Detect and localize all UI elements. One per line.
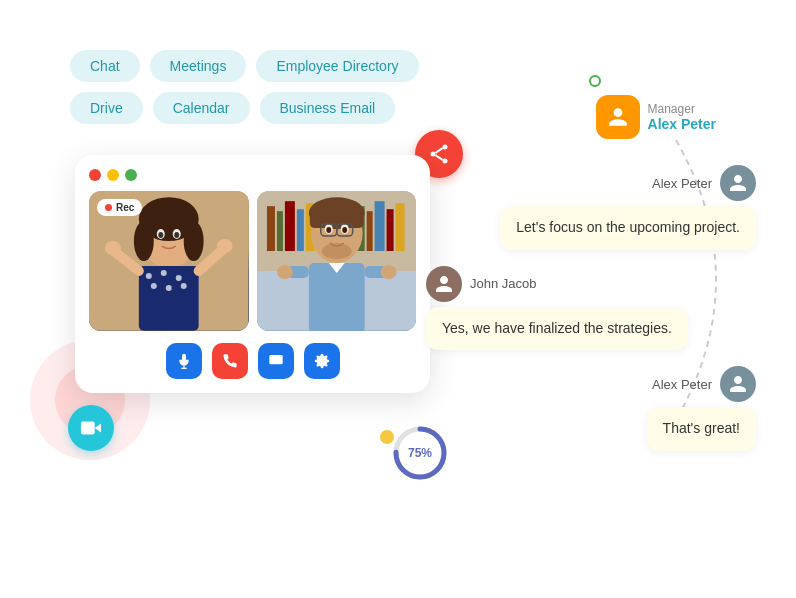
svg-point-18	[176, 275, 182, 281]
svg-point-25	[217, 239, 233, 253]
chat-avatar-3	[720, 366, 756, 402]
video-feed-male	[257, 191, 417, 331]
nav-pill-business-email[interactable]: Business Email	[260, 92, 396, 124]
video-card: Rec	[75, 155, 430, 393]
svg-point-10	[184, 221, 204, 261]
svg-point-19	[151, 283, 157, 289]
chat-sender-3: Alex Peter	[652, 377, 712, 392]
svg-line-3	[435, 148, 442, 153]
progress-ring: 75%	[390, 423, 450, 483]
svg-rect-56	[269, 355, 282, 364]
svg-point-0	[443, 145, 448, 150]
svg-rect-35	[374, 201, 384, 251]
svg-point-13	[158, 232, 163, 238]
dot-yellow[interactable]	[107, 169, 119, 181]
svg-rect-49	[308, 263, 364, 331]
dot-red[interactable]	[89, 169, 101, 181]
avatar-person-icon-2	[434, 274, 454, 294]
nav-pill-chat[interactable]: Chat	[70, 50, 140, 82]
svg-line-4	[435, 155, 442, 160]
chat-bubble-1: Let's focus on the upcoming project.	[500, 206, 756, 250]
manager-info: Manager Alex Peter	[648, 102, 716, 132]
screen-share-button[interactable]	[258, 343, 294, 379]
nav-pill-meetings[interactable]: Meetings	[150, 50, 247, 82]
video-camera-icon	[80, 417, 102, 439]
mic-button[interactable]	[166, 343, 202, 379]
svg-rect-29	[276, 211, 282, 251]
person-icon	[607, 106, 629, 128]
svg-rect-37	[395, 203, 404, 251]
chat-avatar-1	[720, 165, 756, 201]
chat-message-3: Alex Peter That's great!	[426, 366, 756, 451]
svg-rect-36	[386, 209, 393, 251]
chat-sender-2: John Jacob	[470, 276, 537, 291]
svg-marker-58	[95, 423, 101, 432]
share-icon	[427, 142, 451, 166]
window-dots	[89, 169, 416, 181]
avatar-person-icon-3	[728, 374, 748, 394]
chat-message-2: John Jacob Yes, we have finalized the st…	[426, 266, 756, 351]
chat-message-1: Alex Peter Let's focus on the upcoming p…	[426, 165, 756, 250]
rec-badge: Rec	[97, 199, 142, 216]
bg-dot-green	[589, 75, 601, 87]
svg-point-20	[166, 285, 172, 291]
avatar-person-icon-1	[728, 173, 748, 193]
svg-rect-30	[284, 201, 294, 251]
nav-pills: Chat Meetings Employee Directory Drive C…	[70, 50, 490, 124]
mic-icon	[176, 353, 192, 369]
svg-rect-34	[366, 211, 372, 251]
chat-bubble-2: Yes, we have finalized the strategies.	[426, 307, 688, 351]
nav-pill-calendar[interactable]: Calendar	[153, 92, 250, 124]
video-feeds: Rec	[89, 191, 416, 331]
manager-name: Alex Peter	[648, 116, 716, 132]
male-participant	[257, 191, 417, 331]
nav-pill-employee-directory[interactable]: Employee Directory	[256, 50, 418, 82]
chat-panel: Alex Peter Let's focus on the upcoming p…	[426, 165, 756, 451]
nav-pill-drive[interactable]: Drive	[70, 92, 143, 124]
progress-label: 75%	[408, 446, 432, 460]
svg-point-53	[380, 265, 396, 279]
svg-point-1	[431, 152, 436, 157]
settings-button[interactable]	[304, 343, 340, 379]
screen-share-icon	[268, 353, 284, 369]
chat-meta-3: Alex Peter	[652, 366, 756, 402]
svg-point-2	[443, 159, 448, 164]
manager-label: Manager	[648, 102, 716, 116]
chat-sender-1: Alex Peter	[652, 176, 712, 191]
svg-point-9	[134, 221, 154, 261]
svg-point-24	[105, 241, 121, 255]
svg-point-16	[146, 273, 152, 279]
svg-point-21	[181, 283, 187, 289]
video-feed-female: Rec	[89, 191, 249, 331]
chat-meta-2: John Jacob	[426, 266, 537, 302]
svg-rect-28	[266, 206, 274, 251]
rec-dot	[105, 204, 112, 211]
svg-point-52	[276, 265, 292, 279]
svg-point-17	[161, 270, 167, 276]
end-call-button[interactable]	[212, 343, 248, 379]
chat-bubble-3: That's great!	[647, 407, 756, 451]
manager-avatar	[596, 95, 640, 139]
svg-point-14	[174, 232, 179, 238]
settings-icon	[314, 353, 330, 369]
chat-meta-1: Alex Peter	[652, 165, 756, 201]
manager-card: Manager Alex Peter	[596, 95, 716, 139]
svg-rect-59	[81, 422, 95, 435]
end-call-icon	[222, 353, 238, 369]
svg-rect-31	[296, 209, 303, 251]
chat-avatar-2	[426, 266, 462, 302]
video-controls	[89, 343, 416, 379]
rec-label: Rec	[116, 202, 134, 213]
svg-point-45	[342, 227, 347, 233]
svg-point-44	[326, 227, 331, 233]
dot-green[interactable]	[125, 169, 137, 181]
video-cam-bubble[interactable]	[68, 405, 114, 451]
